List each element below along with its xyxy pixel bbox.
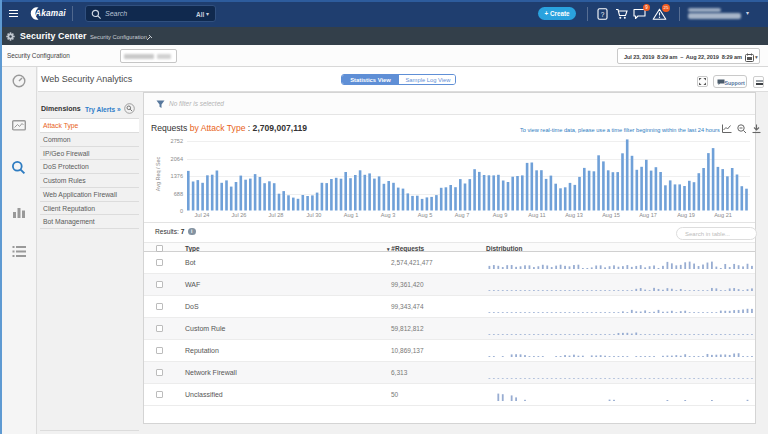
svg-text:?: ? xyxy=(601,11,605,18)
